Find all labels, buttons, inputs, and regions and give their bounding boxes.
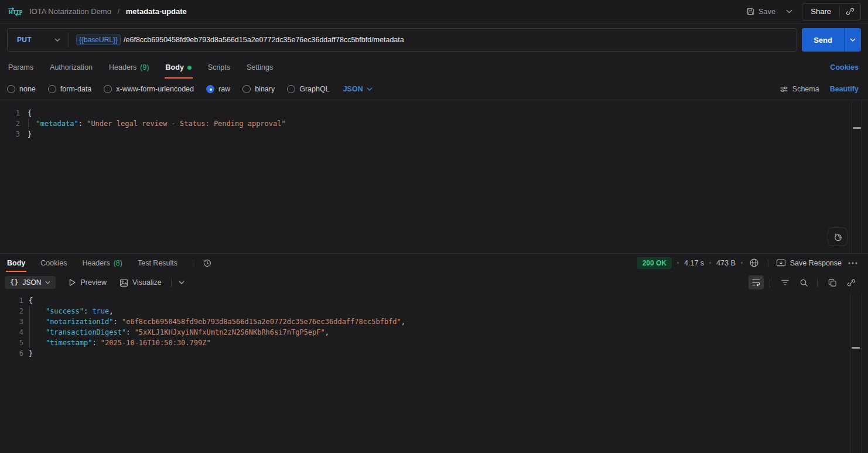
response-scrollbar-mark[interactable] [852, 347, 860, 349]
tab-authorization[interactable]: Authorization [49, 56, 94, 79]
send-button-group: Send [802, 28, 861, 52]
line-number: 2 [0, 306, 23, 316]
toolbar-divider [171, 278, 172, 287]
beautify-button[interactable]: Beautify [830, 85, 859, 93]
response-tab-body[interactable]: Body [6, 254, 26, 272]
editor-scrollbar-rail [852, 100, 852, 253]
breadcrumb: IOTA Notarization Demo / metadata-update [29, 7, 187, 16]
response-link-button[interactable] [843, 275, 859, 289]
body-type-raw[interactable]: raw [206, 85, 230, 93]
tab-body[interactable]: Body [165, 56, 193, 79]
ellipsis-icon [848, 262, 857, 264]
schema-label: Schema [792, 85, 819, 93]
editor-scrollbar-mark[interactable] [853, 127, 861, 129]
tab-params[interactable]: Params [7, 56, 35, 79]
line-number: 4 [0, 327, 23, 338]
app-scrollbar-rail [862, 293, 862, 453]
cookies-link[interactable]: Cookies [830, 63, 859, 71]
send-button[interactable]: Send [802, 28, 844, 52]
breadcrumb-collection[interactable]: IOTA Notarization Demo [29, 7, 111, 16]
toolbar-divider [770, 278, 770, 287]
tab-label: Settings [247, 63, 273, 71]
postbot-button[interactable] [828, 227, 848, 246]
meta-separator-dot [741, 262, 743, 264]
save-response-icon [776, 259, 786, 267]
request-url-row: PUT {{baseURL}} /e6f8ccb6950458fd9eb793d… [0, 23, 868, 56]
network-info-button[interactable] [748, 257, 760, 269]
tab-label: Scripts [208, 63, 230, 71]
copy-link-button[interactable] [840, 4, 860, 20]
base-url-variable[interactable]: {{baseURL}} [76, 35, 121, 45]
method-chevron-icon [54, 38, 60, 42]
indent-guide [29, 316, 30, 327]
body-modified-dot [187, 66, 192, 70]
app-header: HTTP IOTA Notarization Demo / metadata-u… [0, 0, 868, 23]
save-button[interactable]: Save [745, 5, 777, 18]
globe-icon [749, 258, 759, 268]
body-type-form-data[interactable]: form-data [48, 85, 92, 93]
tab-count-badge: (9) [140, 63, 149, 71]
request-tabs-row: ParamsAuthorizationHeaders(9)BodyScripts… [0, 56, 868, 79]
response-body-editor[interactable]: 1{2 "success": true,3 "notarizationId": … [0, 293, 868, 453]
breadcrumb-request-name[interactable]: metadata-update [126, 7, 187, 16]
tab-label: Headers [82, 259, 110, 267]
response-format-select[interactable]: {} JSON [5, 276, 56, 289]
radio-label: raw [218, 85, 230, 93]
response-toolbar: {} JSON Preview Visualize [0, 272, 868, 293]
tab-label: Test Results [138, 259, 177, 267]
response-tab-test-results[interactable]: Test Results [136, 254, 179, 272]
tab-label: Params [8, 63, 33, 71]
format-chevron-icon [45, 281, 50, 284]
radio-icon [104, 85, 112, 93]
link-icon [847, 278, 856, 287]
response-tab-cookies[interactable]: Cookies [39, 254, 68, 272]
radio-icon [206, 85, 214, 93]
radio-icon [242, 85, 251, 93]
method-selector[interactable]: PUT [8, 36, 69, 44]
link-icon [846, 7, 855, 16]
preview-button[interactable]: Preview [69, 278, 106, 287]
status-badge[interactable]: 200 OK [637, 257, 672, 269]
body-type-graphql[interactable]: GraphQL [287, 85, 329, 93]
save-options-chevron-icon[interactable] [782, 7, 796, 16]
visualize-options-chevron[interactable] [177, 280, 186, 285]
radio-label: binary [255, 85, 275, 93]
response-tab-headers[interactable]: Headers(8) [81, 254, 124, 272]
tab-headers[interactable]: Headers(9) [108, 56, 151, 79]
response-time[interactable]: 4.17 s [684, 259, 704, 267]
radio-label: form-data [60, 85, 92, 93]
line-number: 1 [0, 108, 20, 118]
copy-button[interactable] [825, 275, 840, 289]
filter-button[interactable] [777, 275, 792, 289]
code-line: 3 "notarizationId": "e6f8ccb6950458fd9eb… [0, 316, 868, 327]
copy-icon [828, 278, 837, 287]
body-type-binary[interactable]: binary [242, 85, 275, 93]
body-type-x-www-form-urlencoded[interactable]: x-www-form-urlencoded [104, 85, 194, 93]
send-options-chevron-icon[interactable] [845, 28, 861, 52]
response-history-button[interactable] [201, 257, 213, 269]
search-icon [799, 278, 808, 287]
search-button[interactable] [796, 275, 811, 289]
wrap-text-button[interactable] [749, 275, 764, 289]
tab-settings[interactable]: Settings [245, 56, 274, 79]
body-language-select[interactable]: JSON [343, 85, 373, 93]
schema-button[interactable]: Schema [780, 85, 819, 93]
response-more-options-button[interactable] [847, 261, 859, 265]
request-body-editor[interactable]: 1{2 "metadata": "Under legal review - St… [0, 100, 868, 253]
tab-label: Authorization [50, 63, 93, 71]
tab-scripts[interactable]: Scripts [207, 56, 231, 79]
save-response-button[interactable]: Save Response [776, 259, 842, 267]
code-line: 1{ [0, 108, 868, 118]
play-icon [69, 278, 76, 287]
language-chevron-icon [367, 87, 373, 91]
tab-label: Body [7, 259, 25, 267]
response-meta: 200 OK 4.17 s 473 B Save Response [637, 257, 859, 269]
url-input[interactable]: {{baseURL}} /e6f8ccb6950458fd9eb793d8a56… [69, 35, 797, 45]
postbot-sparkle-icon [833, 232, 843, 242]
body-type-none[interactable]: none [7, 85, 36, 93]
code-line: 3} [0, 129, 868, 139]
save-response-label: Save Response [790, 259, 842, 267]
visualize-button[interactable]: Visualize [119, 278, 162, 287]
response-size[interactable]: 473 B [716, 259, 736, 267]
share-button[interactable]: Share [802, 4, 839, 20]
